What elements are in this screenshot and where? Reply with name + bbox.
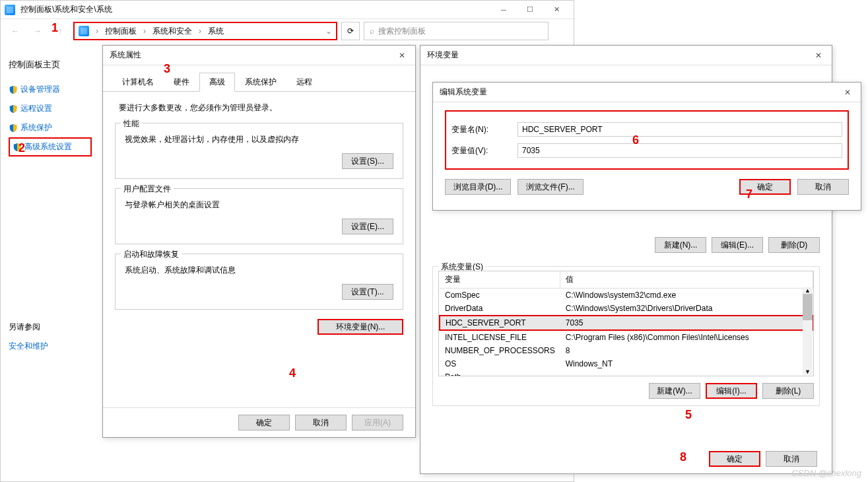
sidebar-device-manager[interactable]: 设备管理器 <box>9 80 92 99</box>
sidebar-item-label: 远程设置 <box>20 103 52 114</box>
forward-button[interactable]: → <box>28 22 47 40</box>
sidebar-item-label: 系统保护 <box>20 122 52 133</box>
sysprops-cancel-button[interactable]: 取消 <box>295 415 347 430</box>
sys-edit-button[interactable]: 编辑(I)... <box>706 383 757 399</box>
crumb-0[interactable]: 控制面板 <box>102 24 139 38</box>
envvar-titlebar: 环境变量 ✕ <box>420 46 832 65</box>
sidebar-home[interactable]: 控制面板主页 <box>9 55 92 75</box>
perf-desc: 视觉效果，处理器计划，内存使用，以及虚拟内存 <box>125 134 393 145</box>
scroll-thumb[interactable] <box>803 294 813 320</box>
sysprops-apply-button[interactable]: 应用(A) <box>352 415 403 430</box>
user-delete-button[interactable]: 删除(D) <box>768 237 820 253</box>
envvar-ok-button[interactable]: 确定 <box>709 451 760 467</box>
var-name-input[interactable] <box>517 122 842 137</box>
editenv-title: 编辑系统变量 <box>440 86 841 98</box>
var-value-row: 变量值(V): <box>451 143 842 158</box>
crumb-1[interactable]: 系统和安全 <box>150 24 195 38</box>
user-edit-button[interactable]: 编辑(E)... <box>712 237 763 253</box>
search-box[interactable]: ⌕ 搜索控制面板 <box>364 22 549 40</box>
sysprops-title: 系统属性 <box>110 50 395 61</box>
search-placeholder: 搜索控制面板 <box>378 26 426 37</box>
profile-desc: 与登录帐户相关的桌面设置 <box>125 199 393 211</box>
sys-new-button[interactable]: 新建(W)... <box>649 383 700 399</box>
sidebar-security-maint[interactable]: 安全和维护 <box>9 337 92 356</box>
chevron-right-icon: › <box>96 26 98 36</box>
table-row[interactable]: INTEL_LICENSE_FILEC:\Program Files (x86)… <box>440 330 813 344</box>
chevron-right-icon: › <box>199 26 201 36</box>
col-var[interactable]: 变量 <box>440 271 560 289</box>
perf-settings-button[interactable]: 设置(S)... <box>342 153 393 169</box>
table-header: 变量 值 <box>440 271 813 289</box>
group-user-profile: 用户配置文件 与登录帐户相关的桌面设置 设置(E)... <box>115 188 403 244</box>
scroll-up-icon[interactable]: ▲ <box>805 287 811 294</box>
annotation-6: 6 <box>632 133 639 147</box>
table-row[interactable]: OSWindows_NT <box>440 357 813 370</box>
annotation-1: 1 <box>51 21 58 35</box>
sysvars-table-wrap: 变量 值 ComSpecC:\Windows\system32\cmd.exe … <box>438 271 814 376</box>
tab-protection[interactable]: 系统保护 <box>235 73 286 92</box>
address-bar: ← → ↑ › 控制面板 › 系统和安全 › 系统 ⌄ ⟳ ⌕ 搜索控制面板 <box>1 19 574 43</box>
var-value-label: 变量值(V): <box>451 145 511 156</box>
sidebar-remote[interactable]: 远程设置 <box>9 99 92 118</box>
table-row[interactable]: ComSpecC:\Windows\system32\cmd.exe <box>440 289 813 302</box>
profile-title: 用户配置文件 <box>121 184 174 195</box>
var-name-label: 变量名(N): <box>451 124 511 135</box>
shield-icon <box>9 104 18 114</box>
refresh-button[interactable]: ⟳ <box>341 22 360 40</box>
startup-desc: 系统启动、系统故障和调试信息 <box>125 265 393 276</box>
table-row[interactable]: DriverDataC:\Windows\System32\Drivers\Dr… <box>440 302 813 316</box>
startup-title: 启动和故障恢复 <box>121 249 182 260</box>
profile-settings-button[interactable]: 设置(E)... <box>342 219 393 234</box>
envvar-title: 环境变量 <box>427 50 812 61</box>
sidebar-item-label: 设备管理器 <box>20 84 60 95</box>
annotation-8: 8 <box>680 450 686 464</box>
close-icon[interactable]: ✕ <box>812 49 825 62</box>
annotation-4: 4 <box>289 366 296 380</box>
close-button[interactable]: ✕ <box>543 1 570 19</box>
table-row[interactable]: Path <box>440 370 813 376</box>
search-icon: ⌕ <box>370 26 374 36</box>
sidebar-item-label: 高级系统设置 <box>24 141 72 153</box>
system-vars-fieldset: 系统变量(S) 变量 值 ComSpecC:\Windows\system32\… <box>432 266 820 406</box>
chevron-right-icon: › <box>143 26 146 36</box>
browse-dir-button[interactable]: 浏览目录(D)... <box>445 179 511 195</box>
col-value[interactable]: 值 <box>560 271 813 289</box>
table-row[interactable]: NUMBER_OF_PROCESSORS8 <box>440 344 813 357</box>
scroll-down-icon[interactable]: ▼ <box>805 368 811 375</box>
startup-settings-button[interactable]: 设置(T)... <box>342 284 393 300</box>
edit-env-dialog: 编辑系统变量 ✕ 变量名(N): 变量值(V): 浏览目录(D)... 浏览文件… <box>432 82 861 211</box>
breadcrumb-box[interactable]: › 控制面板 › 系统和安全 › 系统 ⌄ <box>73 22 337 40</box>
back-button[interactable]: ← <box>6 22 24 40</box>
maximize-button[interactable]: ☐ <box>517 1 543 19</box>
tab-computer-name[interactable]: 计算机名 <box>112 73 164 92</box>
var-value-input[interactable] <box>517 143 842 158</box>
minimize-button[interactable]: ─ <box>490 1 517 19</box>
tab-advanced[interactable]: 高级 <box>199 73 235 92</box>
table-row-selected[interactable]: HDC_SERVER_PORT7035 <box>440 316 813 330</box>
window-controls: ─ ☐ ✕ <box>490 1 570 19</box>
envvar-cancel-button[interactable]: 取消 <box>766 451 817 467</box>
editenv-cancel-button[interactable]: 取消 <box>797 179 849 195</box>
sysprops-titlebar: 系统属性 ✕ <box>103 46 415 65</box>
scrollbar[interactable]: ▲ ▼ <box>803 287 813 375</box>
env-variables-button[interactable]: 环境变量(N)... <box>317 319 403 335</box>
svg-rect-0 <box>7 7 13 13</box>
tab-remote[interactable]: 远程 <box>286 73 322 92</box>
browse-file-button[interactable]: 浏览文件(F)... <box>517 179 584 195</box>
dropdown-icon[interactable]: ⌄ <box>325 26 332 36</box>
user-new-button[interactable]: 新建(N)... <box>655 237 706 253</box>
close-icon[interactable]: ✕ <box>841 86 854 99</box>
group-startup: 启动和故障恢复 系统启动、系统故障和调试信息 设置(T)... <box>115 254 403 310</box>
group-performance: 性能 视觉效果，处理器计划，内存使用，以及虚拟内存 设置(S)... <box>115 123 403 179</box>
shield-icon <box>9 123 18 133</box>
address-icon <box>79 26 89 36</box>
var-name-row: 变量名(N): <box>451 122 842 137</box>
close-icon[interactable]: ✕ <box>395 49 409 62</box>
control-panel-icon <box>5 5 15 15</box>
sidebar-protection[interactable]: 系统保护 <box>9 118 92 137</box>
sysprops-ok-button[interactable]: 确定 <box>238 415 290 430</box>
svg-rect-1 <box>81 28 87 34</box>
shield-icon <box>9 85 18 94</box>
sys-delete-button[interactable]: 删除(L) <box>762 383 814 399</box>
crumb-2[interactable]: 系统 <box>205 24 226 38</box>
